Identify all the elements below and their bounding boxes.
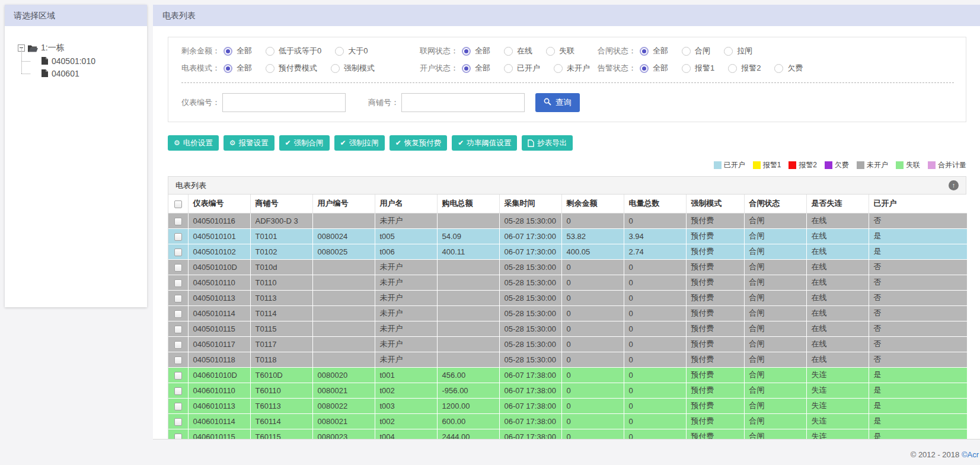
radio-option[interactable]: 全部	[462, 46, 490, 56]
column-header[interactable]: 购电总额	[437, 195, 499, 213]
radio-icon[interactable]	[724, 47, 733, 56]
table-row[interactable]: 0405010113T0113未开户05-28 15:30:0000预付费合闸在…	[168, 290, 967, 305]
radio-option[interactable]: 全部	[462, 63, 490, 74]
table-row[interactable]: 0405010118T0118未开户05-28 15:30:0000预付费合闸在…	[168, 352, 967, 367]
column-header[interactable]: 已开户	[869, 195, 967, 213]
column-header[interactable]: 商铺号	[250, 195, 312, 213]
column-header[interactable]: 仪表编号	[188, 195, 250, 213]
table-row[interactable]: 0406010113T601130080022t0031200.0006-07 …	[168, 398, 967, 413]
table-row[interactable]: 0405010114T0114未开户05-28 15:30:0000预付费合闸在…	[168, 305, 967, 321]
copyright-link[interactable]: ©Acr	[962, 450, 979, 459]
table-row[interactable]: 040501010DT010d未开户05-28 15:30:0000预付费合闸在…	[168, 259, 967, 275]
radio-option[interactable]: 报警2	[728, 63, 761, 74]
tree-node-label[interactable]: 040501:010	[52, 56, 95, 66]
radio-option[interactable]: 全部	[224, 63, 252, 74]
row-checkbox[interactable]	[174, 403, 182, 410]
row-checkbox[interactable]	[174, 356, 182, 364]
radio-icon[interactable]	[504, 64, 513, 73]
row-checkbox[interactable]	[174, 218, 182, 225]
tree-node[interactable]: 040501:010	[18, 55, 142, 67]
row-checkbox[interactable]	[174, 326, 182, 333]
radio-icon[interactable]	[546, 47, 555, 56]
action-button[interactable]: ✔强制合闸	[279, 135, 330, 151]
table-row[interactable]: 0405010115T0115未开户05-28 15:30:0000预付费合闸在…	[168, 321, 967, 336]
radio-option[interactable]: 大于0	[335, 46, 368, 56]
table-row[interactable]: 0406010114T601140080021t002600.0006-07 1…	[168, 413, 967, 429]
row-checkbox[interactable]	[174, 387, 182, 395]
radio-option[interactable]: 全部	[640, 63, 668, 74]
action-button[interactable]: ⚙报警设置	[224, 135, 274, 151]
table-cell: 是	[869, 429, 967, 439]
radio-icon[interactable]	[682, 64, 691, 73]
radio-icon[interactable]	[728, 64, 737, 73]
column-header[interactable]: 电量总数	[624, 195, 686, 213]
row-checkbox[interactable]	[174, 418, 182, 426]
radio-icon[interactable]	[774, 64, 783, 73]
row-checkbox[interactable]	[174, 295, 182, 302]
radio-option[interactable]: 未开户	[554, 63, 590, 74]
table-row[interactable]: 0405010102T01020080025t006400.1106-07 17…	[168, 244, 967, 259]
meter-no-input[interactable]	[222, 93, 346, 112]
radio-icon[interactable]	[554, 64, 563, 73]
radio-option[interactable]: 已开户	[504, 63, 540, 74]
column-header[interactable]: 采集时间	[499, 195, 561, 213]
radio-icon[interactable]	[335, 47, 344, 56]
row-checkbox[interactable]	[174, 249, 182, 256]
radio-icon[interactable]	[266, 47, 274, 56]
radio-icon[interactable]	[462, 47, 471, 56]
column-header[interactable]: 合闸状态	[744, 195, 806, 213]
row-checkbox[interactable]	[174, 434, 182, 439]
radio-option[interactable]: 强制模式	[331, 63, 375, 74]
radio-icon[interactable]	[640, 47, 649, 56]
row-checkbox[interactable]	[174, 233, 182, 241]
row-checkbox[interactable]	[174, 264, 182, 272]
radio-option[interactable]: 欠费	[774, 63, 803, 74]
table-row[interactable]: 0405010116ADF300-D 3未开户05-28 15:30:0000预…	[168, 213, 967, 228]
table-row[interactable]: 0406010110T601100080021t002-956.0006-07 …	[168, 383, 967, 398]
row-checkbox[interactable]	[174, 341, 182, 349]
radio-icon[interactable]	[504, 47, 513, 56]
radio-option[interactable]: 失联	[546, 46, 574, 56]
table-row[interactable]: 0406010115T601150080023t0042444.0006-07 …	[168, 429, 967, 439]
radio-icon[interactable]	[462, 64, 471, 73]
radio-option[interactable]: 全部	[640, 46, 668, 56]
column-header[interactable]: 用户名	[375, 195, 437, 213]
radio-option[interactable]: 在线	[504, 46, 532, 56]
radio-option[interactable]: 报警1	[682, 63, 714, 74]
select-all-checkbox[interactable]	[174, 200, 182, 208]
radio-icon[interactable]	[224, 47, 232, 56]
radio-option[interactable]: 预付费模式	[266, 63, 317, 74]
action-button[interactable]: ✔功率阈值设置	[452, 135, 517, 151]
radio-icon[interactable]	[331, 64, 340, 73]
table-row[interactable]: 0405010110T0110未开户05-28 15:30:0000预付费合闸在…	[168, 275, 967, 290]
row-checkbox[interactable]	[174, 310, 182, 318]
table-row[interactable]: 0405010101T01010080024t00554.0906-07 17:…	[168, 228, 967, 244]
row-checkbox[interactable]	[174, 372, 182, 380]
radio-icon[interactable]	[682, 47, 691, 56]
radio-option[interactable]: 低于或等于0	[266, 46, 321, 56]
radio-option[interactable]: 全部	[224, 46, 252, 56]
table-row[interactable]: 0405010117T0117未开户05-28 15:30:0000预付费合闸在…	[168, 336, 967, 352]
action-button[interactable]: 抄表导出	[522, 135, 573, 151]
column-header[interactable]: 是否失连	[806, 195, 869, 213]
radio-icon[interactable]	[266, 64, 274, 73]
action-button[interactable]: ⚙电价设置	[168, 135, 219, 151]
action-button[interactable]: ✔强制拉闸	[334, 135, 385, 151]
tree-node-root[interactable]: 1:一栋	[18, 42, 142, 55]
table-row[interactable]: 040601010DT6010D0080020t001456.0006-07 1…	[168, 367, 967, 383]
query-button[interactable]: 查询	[535, 93, 580, 112]
radio-icon[interactable]	[640, 64, 649, 73]
tree-node-label[interactable]: 040601	[52, 69, 79, 78]
shop-no-input[interactable]	[401, 93, 525, 112]
radio-option[interactable]: 合闸	[682, 46, 710, 56]
row-checkbox[interactable]	[174, 279, 182, 287]
column-header[interactable]: 强制模式	[686, 195, 744, 213]
tree-node-label[interactable]: 1:一栋	[41, 43, 65, 53]
column-header[interactable]: 用户编号	[312, 195, 375, 213]
action-button[interactable]: ✔恢复预付费	[390, 135, 448, 151]
radio-option[interactable]: 拉闸	[724, 46, 752, 56]
column-header[interactable]: 剩余金额	[561, 195, 624, 213]
tree-node[interactable]: 040601	[18, 67, 142, 79]
collapse-icon[interactable]	[949, 180, 959, 190]
radio-icon[interactable]	[224, 64, 232, 73]
